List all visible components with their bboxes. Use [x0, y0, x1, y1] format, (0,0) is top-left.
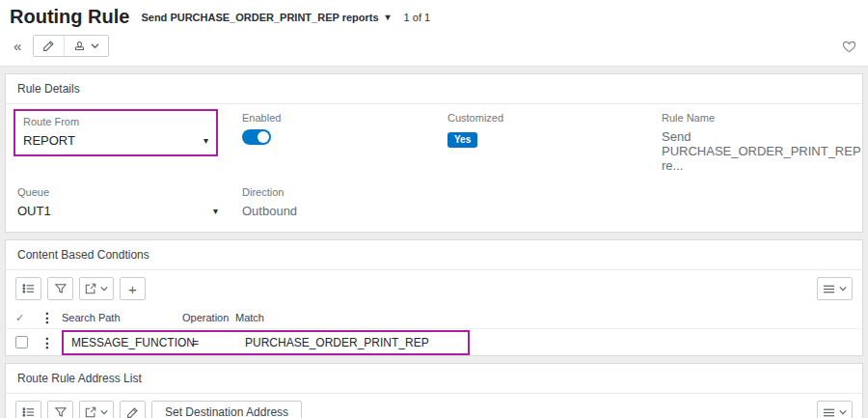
page-header: Routing Rule Send PURCHASE_ORDER_PRINT_R…	[0, 0, 868, 28]
conditions-title: Content Based Condtions	[6, 240, 862, 270]
route-from-highlight[interactable]: Route From REPORT ▾	[14, 109, 218, 156]
pencil-icon	[126, 406, 139, 418]
filter-button[interactable]	[47, 401, 73, 418]
condition-row-highlight: MESSAGE_FUNCTION = PURCHASE_ORDER_PRINT_…	[62, 330, 470, 355]
row-checkbox[interactable]	[15, 336, 28, 348]
customized-badge: Yes	[448, 132, 477, 148]
header-kebab-icon[interactable]: ⋮	[41, 311, 62, 324]
rule-name-value: Send PURCHASE_ORDER_PRINT_REP re...	[662, 129, 860, 173]
enabled-toggle[interactable]	[242, 129, 271, 145]
chevron-down-icon[interactable]: ▾	[203, 135, 208, 146]
chevron-down-icon	[91, 42, 99, 49]
filter-icon	[55, 283, 67, 294]
conditions-view-menu-button[interactable]	[817, 277, 853, 300]
list-columns-icon	[22, 283, 35, 294]
conditions-card: Content Based Condtions +	[5, 239, 863, 356]
row-kebab-icon[interactable]: ⋮	[41, 336, 62, 349]
record-selector[interactable]: Send PURCHASE_ORDER_PRINT_REP reports ▾	[141, 12, 390, 23]
column-settings-button[interactable]	[15, 401, 41, 418]
rule-details-card: Rule Details Route From REPORT ▾ Enabled…	[5, 73, 863, 233]
heart-icon	[842, 40, 856, 53]
list-columns-icon	[22, 406, 35, 418]
customized-label: Customized	[448, 112, 662, 124]
chevron-down-icon	[100, 409, 108, 415]
edit-row-button[interactable]	[120, 401, 146, 418]
hamburger-icon	[823, 284, 835, 294]
cell-operation[interactable]: =	[192, 336, 245, 349]
set-destination-address-button[interactable]: Set Destination Address	[151, 401, 302, 418]
rule-name-label: Rule Name	[662, 112, 860, 124]
rule-name-field: Rule Name Send PURCHASE_ORDER_PRINT_REP …	[662, 112, 860, 173]
share-icon	[85, 406, 96, 418]
address-list-view-menu-button[interactable]	[817, 401, 853, 418]
stamp-actions-button[interactable]	[64, 36, 108, 56]
page-title: Routing Rule	[10, 6, 129, 28]
filter-button[interactable]	[47, 277, 73, 300]
address-list-title: Route Rule Address List	[6, 364, 862, 394]
favorite-button[interactable]	[840, 38, 858, 55]
filter-icon	[55, 406, 67, 418]
conditions-table-header: ✓ ⋮ Search Path Operation Match	[6, 307, 862, 328]
column-header-search-path[interactable]: Search Path	[62, 312, 182, 323]
collapse-back-button[interactable]: «	[8, 37, 27, 55]
conditions-toolbar: +	[6, 270, 862, 307]
enabled-label: Enabled	[242, 112, 448, 124]
queue-label: Queue	[17, 186, 242, 198]
edit-button-group	[33, 35, 109, 57]
double-chevron-left-icon: «	[14, 38, 21, 54]
column-header-operation[interactable]: Operation	[182, 312, 235, 323]
queue-value: OUT1	[17, 204, 51, 218]
chevron-down-icon[interactable]: ▾	[213, 206, 218, 216]
address-list-toolbar: Set Destination Address	[6, 394, 862, 418]
share-export-button[interactable]	[79, 277, 114, 300]
edit-button[interactable]	[34, 36, 64, 56]
hamburger-icon	[823, 407, 835, 418]
select-all-check-icon[interactable]: ✓	[15, 312, 41, 324]
direction-field: Direction Outbound	[242, 186, 448, 218]
column-settings-button[interactable]	[15, 277, 41, 300]
rule-details-fields: Route From REPORT ▾ Enabled Customized Y…	[6, 104, 862, 232]
column-header-match[interactable]: Match	[235, 312, 452, 323]
chevron-down-icon: ▾	[386, 13, 391, 22]
share-export-button[interactable]	[79, 401, 114, 418]
record-pager: 1 of 1	[404, 12, 431, 23]
customized-field: Customized Yes	[448, 112, 662, 148]
address-list-card: Route Rule Address List Set Destinati	[5, 363, 863, 418]
share-icon	[85, 283, 96, 294]
record-selector-label: Send PURCHASE_ORDER_PRINT_REP reports	[141, 12, 378, 23]
add-row-button[interactable]: +	[120, 277, 146, 300]
stamp-icon	[73, 40, 86, 52]
queue-field: Queue OUT1 ▾	[17, 186, 242, 218]
plus-icon: +	[128, 282, 137, 296]
direction-value: Outbound	[242, 204, 448, 218]
chevron-down-icon	[839, 286, 847, 292]
table-row[interactable]: ⋮ MESSAGE_FUNCTION = PURCHASE_ORDER_PRIN…	[6, 328, 862, 355]
cell-match[interactable]: PURCHASE_ORDER_PRINT_REP	[245, 336, 462, 349]
route-from-value: REPORT	[23, 133, 75, 148]
rule-details-title: Rule Details	[6, 74, 862, 104]
main-toolbar: «	[0, 28, 868, 67]
pencil-icon	[42, 40, 55, 52]
enabled-field: Enabled	[242, 112, 448, 145]
route-from-field: Route From REPORT ▾	[17, 112, 242, 156]
chevron-down-icon	[839, 409, 847, 415]
cell-search-path[interactable]: MESSAGE_FUNCTION	[71, 336, 192, 349]
chevron-down-icon	[100, 286, 108, 292]
route-from-label: Route From	[23, 116, 208, 127]
direction-label: Direction	[242, 186, 448, 198]
